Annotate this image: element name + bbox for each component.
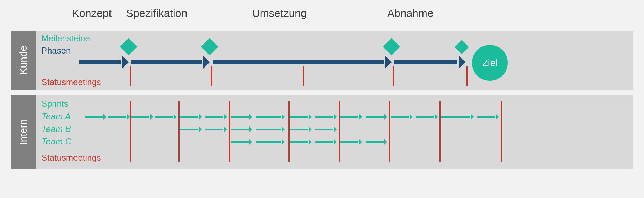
status-bar (303, 66, 304, 86)
swimlane-kunde: Kunde Meilensteine Phasen Statusmeetings… (11, 31, 633, 90)
sprint-arrow (290, 116, 308, 118)
status-bar (339, 101, 340, 162)
status-bar (288, 101, 290, 162)
sprint-arrow (231, 129, 249, 130)
status-bar (389, 101, 390, 162)
diamond-icon (201, 38, 218, 55)
arrow-umsetzung (213, 60, 384, 64)
status-bar (229, 101, 230, 162)
sprint-arrow (256, 116, 281, 118)
status-bar (501, 101, 502, 162)
sprint-arrow (315, 141, 333, 143)
swimlane-intern-header: Intern (11, 95, 36, 169)
sprint-arrow (340, 141, 358, 143)
swimlane-intern: Intern Sprints Team A Team B Team C Stat… (11, 95, 633, 169)
status-bar (466, 66, 468, 86)
status-bar (211, 66, 212, 86)
label-status-kunde: Statusmeetings (41, 77, 101, 87)
label-team-a: Team A (41, 111, 71, 121)
sprint-arrow (340, 116, 358, 118)
sprint-arrow (256, 141, 281, 143)
status-bar (130, 101, 131, 162)
swimlane-kunde-header: Kunde (11, 31, 36, 90)
diamond-icon (120, 38, 137, 55)
sprint-arrow (315, 116, 333, 118)
label-team-c: Team C (41, 137, 71, 147)
sprint-arrow (315, 129, 333, 130)
sprint-arrow (441, 116, 470, 118)
sprint-arrow (205, 129, 223, 130)
sprint-arrow (416, 116, 434, 118)
sprint-arrow (477, 116, 495, 118)
sprint-arrow (180, 129, 198, 130)
status-bar (393, 66, 394, 86)
phase-abnahme-label: Abnahme (387, 7, 433, 19)
sprint-arrow (231, 116, 249, 118)
status-bar (130, 66, 131, 86)
diamond-icon (455, 40, 469, 54)
label-sprints: Sprints (41, 99, 68, 109)
sprint-arrow (256, 129, 281, 130)
label-meilensteine: Meilensteine (41, 33, 90, 43)
sprint-arrow (155, 116, 173, 118)
sprint-arrow (131, 116, 149, 118)
sprint-arrow (366, 141, 384, 143)
sprint-arrow (290, 129, 308, 130)
phase-spezifikation-label: Spezifikation (126, 7, 187, 19)
arrow-konzept (79, 60, 121, 64)
label-team-b: Team B (41, 124, 71, 134)
diamond-icon (383, 38, 400, 55)
sprint-arrow (290, 141, 308, 143)
status-bar (178, 101, 180, 162)
sprint-arrow (205, 116, 223, 118)
sprint-arrow (366, 116, 384, 118)
sprint-arrow (391, 116, 409, 118)
sprint-arrow (231, 141, 249, 143)
sprint-arrow (85, 116, 103, 118)
arrow-spezifikation (131, 60, 202, 64)
phase-umsetzung-label: Umsetzung (252, 7, 307, 19)
sprint-arrow (108, 116, 126, 118)
arrow-abnahme (394, 60, 457, 64)
status-bar (439, 101, 441, 162)
sprint-arrow (180, 116, 198, 118)
label-status-intern: Statusmeetings (41, 153, 101, 163)
label-phasen: Phasen (41, 46, 71, 56)
goal-circle: Ziel (472, 45, 508, 81)
phase-konzept-label: Konzept (72, 7, 112, 19)
